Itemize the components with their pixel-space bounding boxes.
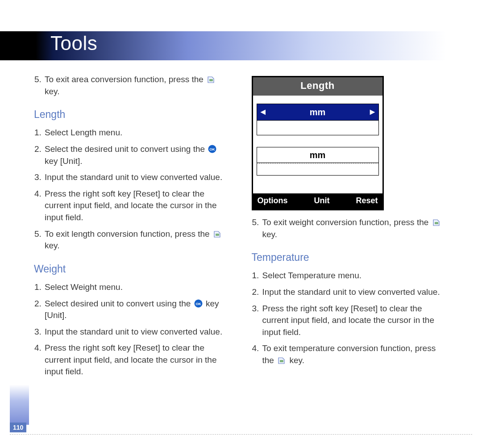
phone-unit-secondary: mm <box>257 147 379 163</box>
list-item: To exit length conversion function, pres… <box>44 228 227 252</box>
back-key-icon <box>207 75 216 84</box>
list-item: Input the standard unit to view converte… <box>262 286 445 298</box>
svg-rect-7 <box>280 360 283 362</box>
length-list: Select Length menu.Select the desired un… <box>34 127 227 251</box>
softkey-left: Options <box>258 195 288 206</box>
softkey-right: Reset <box>356 195 378 206</box>
ok-key-icon: OK <box>194 299 203 308</box>
list-item: Select the desired unit to convert using… <box>44 143 227 167</box>
weight-heading: Weight <box>34 262 227 276</box>
weight-continuation-list: To exit weight conversion function, pres… <box>252 217 445 240</box>
right-column: Length ◀ mm ▶ mm Options Unit Reset <box>252 74 445 382</box>
list-item: Press the right soft key [Reset] to clea… <box>262 303 445 339</box>
list-item: To exit area conversion function, press … <box>44 74 227 97</box>
list-item: Select Length menu. <box>44 127 227 139</box>
phone-title: Length <box>253 77 382 96</box>
list-item: Select Temperature menu. <box>262 270 445 282</box>
softkey-center: Unit <box>314 195 329 206</box>
content-columns: To exit area conversion function, press … <box>34 74 445 382</box>
list-item: Select desired unit to convert using the… <box>44 298 227 322</box>
svg-rect-3 <box>216 234 219 236</box>
back-key-icon <box>213 230 222 239</box>
back-key-icon <box>432 218 441 227</box>
phone-unit-selector: ◀ mm ▶ <box>257 104 379 121</box>
chevron-right-icon: ▶ <box>370 108 375 117</box>
page-number-badge: 110 <box>10 423 26 432</box>
phone-unit-selected: mm <box>310 107 326 117</box>
svg-rect-0 <box>209 79 213 81</box>
phone-input-primary <box>257 121 379 135</box>
side-gradient-strip <box>10 385 29 425</box>
list-item: Press the right soft key [Reset] to clea… <box>44 188 227 224</box>
list-item: Press the right soft key [Reset] to clea… <box>44 342 227 378</box>
ok-key-icon: OK <box>208 145 216 153</box>
phone-body: ◀ mm ▶ mm <box>253 96 382 193</box>
area-continuation-list: To exit area conversion function, press … <box>34 74 227 97</box>
footer-divider <box>10 434 472 435</box>
page-title: Tools <box>50 32 97 54</box>
phone-screenshot: Length ◀ mm ▶ mm Options Unit Reset <box>252 76 384 210</box>
page-footer: 110 <box>10 423 472 435</box>
length-heading: Length <box>34 107 227 121</box>
list-item: Input the standard unit to view converte… <box>44 326 227 338</box>
list-item: To exit weight conversion function, pres… <box>262 217 445 240</box>
svg-text:OK: OK <box>210 147 215 151</box>
temperature-list: Select Temperature menu.Input the standa… <box>252 270 445 366</box>
svg-rect-6 <box>435 222 438 224</box>
temperature-heading: Temperature <box>252 250 445 264</box>
list-item: Select Weight menu. <box>44 281 227 293</box>
back-key-icon <box>277 356 286 365</box>
list-item: Input the standard unit to view converte… <box>44 172 227 184</box>
list-item: To exit temperature conversion function,… <box>262 343 445 366</box>
manual-page: Tools To exit area conversion function, … <box>0 0 482 448</box>
svg-text:OK: OK <box>195 302 201 306</box>
phone-softkeys: Options Unit Reset <box>253 193 382 209</box>
weight-list: Select Weight menu.Select desired unit t… <box>34 281 227 378</box>
left-column: To exit area conversion function, press … <box>34 74 227 382</box>
chevron-left-icon: ◀ <box>261 108 266 117</box>
phone-input-secondary <box>257 163 379 176</box>
